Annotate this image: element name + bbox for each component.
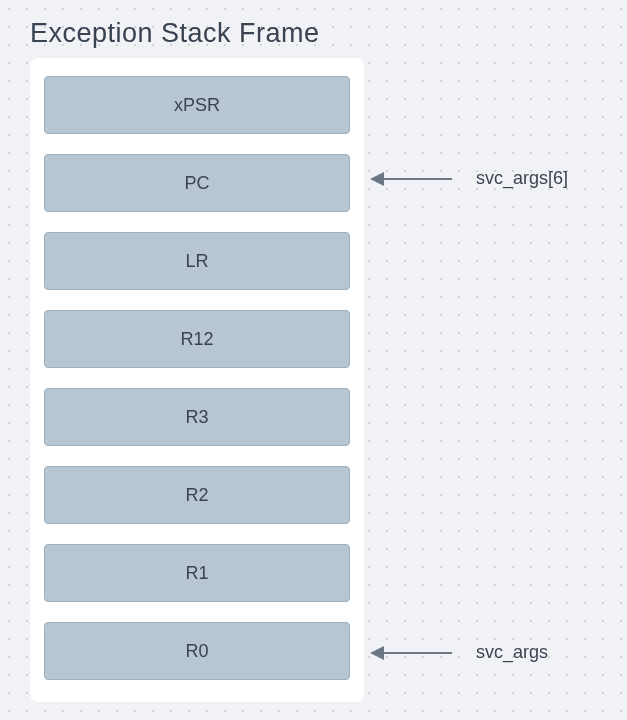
register-r2: R2 [44,466,350,524]
register-r1: R1 [44,544,350,602]
arrow-line [384,178,452,180]
arrow-left-icon [370,172,384,186]
register-pc: PC [44,154,350,212]
register-r12: R12 [44,310,350,368]
arrow-left-icon [370,646,384,660]
diagram-title: Exception Stack Frame [30,18,320,49]
register-xpsr: xPSR [44,76,350,134]
register-r0: R0 [44,622,350,680]
arrow-label: svc_args [476,642,548,663]
pointer-arrow-svc-args-6: svc_args[6] [370,168,600,189]
arrow-line [384,652,452,654]
arrow-label: svc_args[6] [476,168,568,189]
stack-frame-container: xPSR PC LR R12 R3 R2 R1 R0 [30,58,364,702]
register-r3: R3 [44,388,350,446]
pointer-arrow-svc-args: svc_args [370,642,600,663]
register-lr: LR [44,232,350,290]
